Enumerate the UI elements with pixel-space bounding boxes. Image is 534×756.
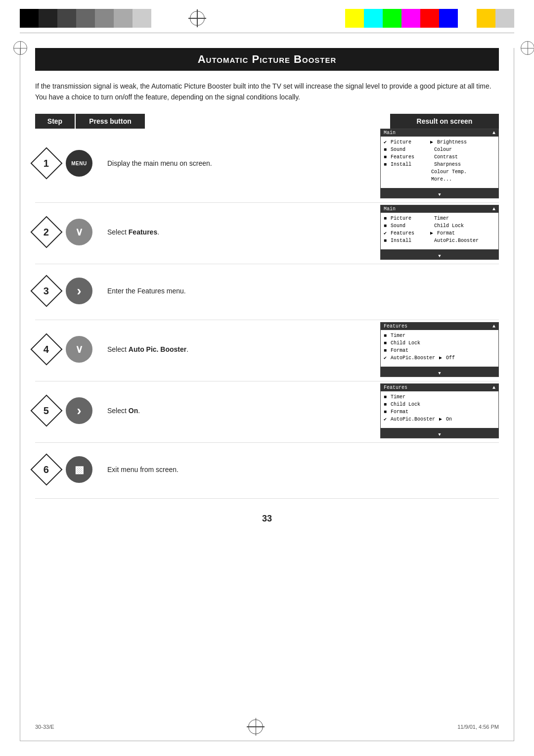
- color-block: [439, 9, 458, 28]
- button-icon: MENU: [66, 150, 92, 177]
- table-row: 2∨Select Features.Main▲■Picture Timer■So…: [35, 205, 499, 260]
- grayscale-block: [95, 9, 114, 28]
- screen-title-bar: Features▲: [381, 323, 498, 330]
- bottom-line: [20, 741, 514, 741]
- screen-row: ✔Picture▶Brightness: [384, 139, 495, 146]
- step-description: Enter the Features menu.: [107, 287, 223, 295]
- step-description: Display the main menu on screen.: [107, 159, 223, 167]
- step-separator: [35, 264, 499, 264]
- step-number: 2: [30, 216, 62, 248]
- button-icon: ∨: [66, 336, 92, 363]
- step-separator: [35, 442, 499, 443]
- screen-arrow-down: ▼: [381, 371, 498, 377]
- screen-title-bar: Main▲: [381, 205, 498, 213]
- screen-row: ■Timer: [384, 332, 495, 339]
- grayscale-block: [114, 9, 133, 28]
- screen-row: ✔AutoPic.Booster▶Off: [384, 354, 495, 362]
- screen-body: ■Timer ■Child Lock ■Format ✔AutoPic.Boos…: [381, 391, 498, 426]
- step-number: 3: [30, 275, 62, 307]
- screen-mockup: Main▲✔Picture▶Brightness■Sound Colour■Fe…: [380, 129, 499, 198]
- screen-body: ■Picture Timer■Sound Child Lock✔Features…: [381, 213, 498, 247]
- screen-row: ■Child Lock: [384, 339, 495, 347]
- grayscale-block: [20, 9, 39, 28]
- screen-bottom-bar: [381, 249, 498, 253]
- screen-arrow-down: ▼: [381, 432, 498, 438]
- grayscale-block: [151, 9, 170, 28]
- screen-row: ✔AutoPic.Booster▶On: [384, 416, 495, 423]
- description-text: If the transmission signal is weak, the …: [35, 81, 499, 103]
- top-line: [20, 33, 514, 33]
- page-content: Automatic Picture Booster If the transmi…: [20, 48, 514, 741]
- steps-container: 1MENUDisplay the main menu on screen.Mai…: [35, 129, 499, 499]
- page-title: Automatic Picture Booster: [35, 48, 499, 71]
- step-separator: [35, 498, 499, 499]
- color-block: [458, 9, 477, 28]
- screen-body: ✔Picture▶Brightness■Sound Colour■Feature…: [381, 137, 498, 186]
- screen-row: ✔Features▶Format: [384, 230, 495, 237]
- screen-arrow-down: ▼: [381, 253, 498, 259]
- button-icon: ›: [66, 397, 92, 424]
- screen-mockup: Main▲■Picture Timer■Sound Child Lock✔Fea…: [380, 205, 499, 260]
- color-block: [345, 9, 364, 28]
- color-block: [477, 9, 495, 28]
- step-left: 3›Enter the Features menu.: [35, 278, 223, 304]
- step-number: 1: [30, 147, 62, 180]
- footer-right: 11/9/01, 4:56 PM: [457, 724, 499, 730]
- screen-row: ■Timer: [384, 393, 495, 401]
- step-description: Select Auto Pic. Booster.: [107, 345, 223, 353]
- screen-mockup: Features▲■Timer ■Child Lock ■Format ✔Aut…: [380, 322, 499, 377]
- table-row: 5›Select On.Features▲■Timer ■Child Lock …: [35, 383, 499, 438]
- grayscale-block: [76, 9, 95, 28]
- step-number: 5: [30, 395, 62, 427]
- screen-title-bar: Features▲: [381, 384, 498, 391]
- step-separator: [35, 202, 499, 203]
- screen-bottom-bar: [381, 188, 498, 192]
- color-block: [401, 9, 420, 28]
- screen-title-bar: Main▲: [381, 129, 498, 137]
- step-left: 4∨Select Auto Pic. Booster.: [35, 336, 223, 363]
- screen-row: Colour Temp.: [384, 168, 495, 176]
- button-icon: ▩: [66, 456, 92, 483]
- grayscale-block: [57, 9, 76, 28]
- screen-row: ■Format: [384, 408, 495, 416]
- color-block: [495, 9, 514, 28]
- page-number: 33: [35, 514, 499, 524]
- screen-row: ■Install Sharpness: [384, 161, 495, 168]
- step-number: 4: [30, 333, 62, 366]
- screen-row: ■Format: [384, 347, 495, 354]
- table-row: 6▩Exit menu from screen.: [35, 445, 499, 494]
- step-description: Exit menu from screen.: [107, 466, 223, 473]
- screen-arrow-down: ▼: [381, 192, 498, 198]
- step-left: 5›Select On.: [35, 397, 223, 424]
- grayscale-block: [39, 9, 57, 28]
- screen-mockup: Features▲■Timer ■Child Lock ■Format ✔Aut…: [380, 383, 499, 438]
- steps-header: Step Press button Result on screen: [35, 114, 499, 129]
- step-separator: [35, 381, 499, 381]
- screen-row: More...: [384, 176, 495, 183]
- screen-body: ■Timer ■Child Lock ■Format ✔AutoPic.Boos…: [381, 330, 498, 365]
- screen-bottom-bar: [381, 367, 498, 371]
- step-left: 6▩Exit menu from screen.: [35, 456, 223, 483]
- screen-row: ■Picture Timer: [384, 215, 495, 222]
- table-row: 3›Enter the Features menu.: [35, 266, 499, 316]
- step-left: 2∨Select Features.: [35, 219, 223, 245]
- top-bar: [0, 0, 534, 28]
- footer: 30-33/E 11/9/01, 4:56 PM: [35, 718, 499, 736]
- color-block: [420, 9, 439, 28]
- screen-row: ■Sound Child Lock: [384, 222, 495, 230]
- step-separator: [35, 320, 499, 320]
- grayscale-blocks: [20, 9, 170, 28]
- button-icon: ›: [66, 278, 92, 304]
- color-block: [383, 9, 401, 28]
- table-row: 1MENUDisplay the main menu on screen.Mai…: [35, 129, 499, 198]
- screen-row: ■Sound Colour: [384, 146, 495, 153]
- color-blocks: [345, 9, 514, 28]
- step-description: Select On.: [107, 407, 223, 415]
- screen-row: ■Child Lock: [384, 401, 495, 408]
- crosshair-left: [188, 9, 206, 27]
- header-press: Press button: [76, 114, 145, 129]
- step-left: 1MENUDisplay the main menu on screen.: [35, 150, 223, 177]
- header-result: Result on screen: [390, 114, 499, 129]
- step-number: 6: [30, 453, 62, 485]
- grayscale-block: [133, 9, 151, 28]
